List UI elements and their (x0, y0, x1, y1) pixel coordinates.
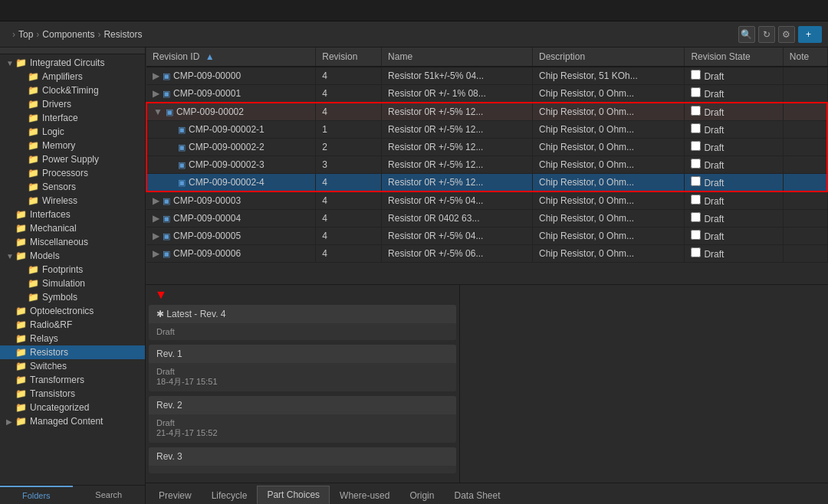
col-note[interactable]: Note (783, 47, 827, 67)
table-row[interactable]: ▶▣CMP-009-000034Resistor 0R +/-5% 04...C… (146, 191, 827, 210)
folder-icon: 📁 (28, 182, 39, 192)
bottom-tab-origin[interactable]: Origin (399, 486, 444, 504)
state-checkbox[interactable] (691, 230, 701, 240)
table-row[interactable]: ▣CMP-009-00002-22Resistor 0R +/-5% 12...… (146, 139, 827, 156)
bottom-tab-part-choices[interactable]: Part Choices (257, 486, 330, 504)
breadcrumb-components[interactable]: Components (42, 29, 94, 40)
sidebar-item-radio-rf[interactable]: 📁Radio&RF (0, 318, 145, 332)
rev-card-rev2[interactable]: Rev. 2Draft21-4月-17 15:52 (149, 396, 456, 443)
description-value: Chip Resistor, 0 Ohm... (533, 103, 685, 121)
expand-icon[interactable]: ▶ (153, 195, 159, 206)
add-component-button[interactable]: + (798, 26, 822, 43)
sidebar-item-footprints[interactable]: 📁Footprints (0, 263, 145, 277)
state-checkbox[interactable] (691, 176, 701, 186)
sidebar-item-resistors[interactable]: 📁Resistors (0, 345, 145, 359)
col-revision-id[interactable]: Revision ID ▲ (146, 47, 316, 67)
bottom-tab-preview[interactable]: Preview (149, 486, 202, 504)
sidebar-item-processors[interactable]: 📁Processors (0, 166, 145, 180)
table-row[interactable]: ▶▣CMP-009-000044Resistor 0R 0402 63...Ch… (146, 210, 827, 227)
table-row[interactable]: ▼▣CMP-009-000024Resistor 0R +/-5% 12...C… (146, 103, 827, 121)
breadcrumb-resistors[interactable]: Resistors (104, 29, 142, 40)
detail-left-panel[interactable]: ▼ ✱ Latest - Rev. 4DraftRev. 1Draft18-4月… (146, 285, 460, 483)
state-checkbox[interactable] (691, 87, 701, 97)
revision-state-value: Draft (685, 121, 783, 139)
col-revision-state[interactable]: Revision State (685, 47, 783, 67)
sidebar-item-mechanical[interactable]: 📁Mechanical (0, 221, 145, 235)
table-row[interactable]: ▶▣CMP-009-000014Resistor 0R +/- 1% 08...… (146, 85, 827, 103)
rev-card-rev1[interactable]: Rev. 1Draft18-4月-17 15:51 (149, 345, 456, 391)
state-checkbox[interactable] (691, 141, 701, 151)
col-name[interactable]: Name (382, 47, 533, 67)
sidebar-item-wireless[interactable]: 📁Wireless (0, 194, 145, 208)
sidebar-item-sensors[interactable]: 📁Sensors (0, 180, 145, 194)
state-checkbox[interactable] (691, 123, 701, 133)
rev-card-rev3[interactable]: Rev. 3 (149, 447, 456, 473)
sidebar-item-amplifiers[interactable]: 📁Amplifiers (0, 70, 145, 83)
expand-icon[interactable]: ▶ (153, 88, 159, 99)
table-area[interactable]: Revision ID ▲ Revision Name Description … (146, 47, 828, 285)
sidebar-item-managed-content[interactable]: ▶📁Managed Content (0, 414, 145, 428)
breadcrumb-top[interactable]: Top (18, 29, 33, 40)
settings-icon-btn[interactable]: ⚙ (778, 26, 795, 43)
sidebar-item-integrated-circuits[interactable]: ▼📁Integrated Circuits (0, 56, 145, 70)
folder-icon: 📁 (15, 237, 27, 247)
expand-icon[interactable]: ▶ (153, 248, 159, 259)
revision-state-value: Draft (685, 227, 783, 245)
expand-icon[interactable]: ▶ (153, 231, 159, 241)
sidebar-item-transformers[interactable]: 📁Transformers (0, 373, 145, 387)
sidebar-item-optoelectronics[interactable]: 📁Optoelectronics (0, 304, 145, 318)
sidebar-item-interface[interactable]: 📁Interface (0, 111, 145, 125)
sidebar-label: Managed Content (30, 416, 103, 427)
search-icon-btn[interactable]: 🔍 (738, 26, 755, 43)
note-value (783, 139, 827, 156)
rev-card-latest-rev4[interactable]: ✱ Latest - Rev. 4Draft (149, 305, 456, 340)
bottom-tab-data-sheet[interactable]: Data Sheet (444, 486, 510, 504)
table-row[interactable]: ▶▣CMP-009-000054Resistor 0R +/-5% 04...C… (146, 227, 827, 245)
sidebar-label: Memory (42, 140, 75, 151)
table-row[interactable]: ▶▣CMP-009-000064Resistor 0R +/-5% 06...C… (146, 245, 827, 263)
sidebar-item-drivers[interactable]: 📁Drivers (0, 97, 145, 111)
table-row[interactable]: ▣CMP-009-00002-44Resistor 0R +/-5% 12...… (146, 174, 827, 192)
arrow-icon: ▼ (6, 59, 14, 67)
sidebar-label: Optoelectronics (30, 306, 94, 316)
state-checkbox[interactable] (691, 159, 701, 169)
table-row[interactable]: ▶▣CMP-009-000004Resistor 51k+/-5% 04...C… (146, 67, 827, 85)
sidebar-item-power-supply[interactable]: 📁Power Supply (0, 152, 145, 166)
sidebar-item-switches[interactable]: 📁Switches (0, 359, 145, 373)
title-bar (0, 0, 828, 21)
right-content: Revision ID ▲ Revision Name Description … (146, 47, 828, 504)
folder-icon: 📁 (15, 209, 27, 220)
note-value (783, 121, 827, 139)
expand-icon[interactable]: ▶ (153, 70, 159, 81)
sidebar-item-logic[interactable]: 📁Logic (0, 125, 145, 139)
sidebar-item-interfaces[interactable]: 📁Interfaces (0, 208, 145, 221)
state-checkbox[interactable] (691, 212, 701, 222)
state-checkbox[interactable] (691, 195, 701, 205)
sidebar-tab-search[interactable]: Search (73, 486, 146, 504)
bottom-tab-where-used[interactable]: Where-used (330, 486, 399, 504)
rev-card-body: Draft18-4月-17 15:51 (149, 363, 456, 391)
state-checkbox[interactable] (691, 106, 701, 116)
sidebar-item-symbols[interactable]: 📁Symbols (0, 290, 145, 304)
table-row[interactable]: ▣CMP-009-00002-11Resistor 0R +/-5% 12...… (146, 121, 827, 139)
sidebar-item-miscellaneous[interactable]: 📁Miscellaneous (0, 235, 145, 249)
sidebar-item-clock-timing[interactable]: 📁Clock&Timing (0, 83, 145, 97)
state-checkbox[interactable] (691, 70, 701, 80)
sidebar-tab-folders[interactable]: Folders (0, 486, 73, 504)
sidebar-item-relays[interactable]: 📁Relays (0, 332, 145, 345)
sidebar-item-memory[interactable]: 📁Memory (0, 139, 145, 152)
refresh-icon-btn[interactable]: ↻ (758, 26, 775, 43)
col-description[interactable]: Description (533, 47, 685, 67)
expand-icon[interactable]: ▶ (153, 213, 159, 224)
detail-right-panel[interactable] (460, 285, 828, 483)
bottom-tab-lifecycle[interactable]: Lifecycle (202, 486, 258, 504)
sidebar-item-models[interactable]: ▼📁Models (0, 249, 145, 263)
expand-icon[interactable]: ▼ (153, 106, 163, 117)
table-row[interactable]: ▣CMP-009-00002-33Resistor 0R +/-5% 12...… (146, 156, 827, 174)
col-revision[interactable]: Revision (316, 47, 382, 67)
description-value: Chip Resistor, 0 Ohm... (533, 121, 685, 139)
sidebar-item-transistors[interactable]: 📁Transistors (0, 387, 145, 401)
sidebar-item-uncategorized[interactable]: 📁Uncategorized (0, 401, 145, 414)
state-checkbox[interactable] (691, 247, 701, 257)
sidebar-item-simulation[interactable]: 📁Simulation (0, 277, 145, 290)
